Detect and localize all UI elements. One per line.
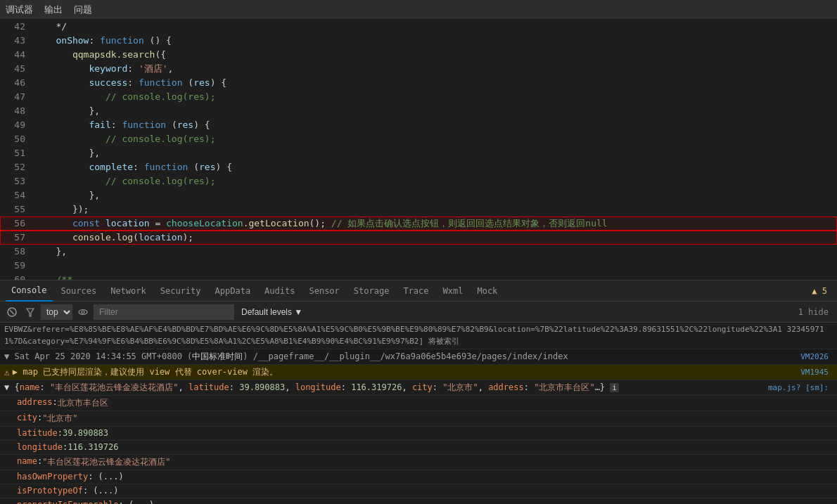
svg-line-1 — [10, 310, 14, 314]
tab-sensor[interactable]: Sensor — [303, 280, 345, 302]
line-content: complete: function (res) { — [37, 160, 837, 174]
prop-name-latitude: latitude — [17, 428, 58, 438]
warning-icon: ⚠ — [4, 367, 10, 377]
code-line-highlighted: 57 console.log(location); — [0, 231, 837, 245]
timestamp-content: ▼ Sat Apr 25 2020 14:34:55 GMT+0800 (中国标… — [4, 351, 568, 363]
code-line: 49 fail: function (res) { — [0, 118, 837, 132]
prop-name-longitude: longitude — [17, 442, 63, 452]
line-content: keyword: '酒店', — [37, 62, 837, 76]
line-number: 51 — [0, 146, 37, 160]
line-content: // console.log(res); — [37, 174, 837, 188]
console-prop-address: address: 北京市丰台区 — [0, 396, 837, 411]
console-row-warning: ⚠ ▶ map 已支持同层渲染，建议使用 view 代替 cover-view … — [0, 365, 837, 380]
code-line: 50 // console.log(res); — [0, 132, 837, 146]
menu-problems[interactable]: 问题 — [74, 4, 92, 16]
levels-button[interactable]: Default levels ▼ — [237, 306, 307, 318]
code-line: 55 }); — [0, 202, 837, 217]
menu-debugger[interactable]: 调试器 — [6, 4, 33, 16]
console-prop-latitude: latitude: 39.890883 — [0, 427, 837, 441]
console-prop-longitude: longitude: 116.319726 — [0, 441, 837, 455]
code-line: 58 }, — [0, 245, 837, 259]
code-line: 52 complete: function (res) { — [0, 160, 837, 174]
warning-badge: ▲ 5 — [812, 286, 831, 296]
code-lines: 42 */ 43 onShow: function () { 44 qqmaps… — [0, 20, 837, 280]
clear-console-button[interactable] — [4, 306, 20, 318]
eye-button[interactable] — [75, 306, 91, 318]
tab-security[interactable]: Security — [155, 280, 207, 302]
line-content: onShow: function () { — [37, 34, 837, 48]
prop-name-city: city — [17, 413, 37, 422]
line-content — [37, 259, 837, 273]
tab-appdata[interactable]: AppData — [210, 280, 257, 302]
line-content: console.log(location); — [37, 231, 837, 245]
line-number: 49 — [0, 118, 37, 132]
warning-source: VM1945 — [796, 366, 833, 378]
console-prop-hasown: hasOwnProperty: (...) — [0, 470, 837, 484]
line-content: }, — [37, 188, 837, 202]
console-prop-propertyisenumerable: propertyIsEnumerable: (...) — [0, 498, 837, 504]
prop-name-hasown: hasOwnProperty — [17, 472, 88, 482]
prop-name-address: address — [17, 397, 53, 407]
line-number: 53 — [0, 174, 37, 188]
line-number: 48 — [0, 104, 37, 118]
code-line: 53 // console.log(res); — [0, 174, 837, 188]
devtools-tabs-bar: Console Sources Network Security AppData… — [0, 280, 837, 302]
object-source: map.js? [sm]: — [764, 382, 833, 394]
menu-output[interactable]: 输出 — [44, 4, 63, 16]
code-line: 44 qqmapsdk.search({ — [0, 48, 837, 62]
code-line: 48 }, — [0, 104, 837, 118]
code-line: 47 // console.log(res); — [0, 90, 837, 104]
line-number: 43 — [0, 34, 37, 48]
object-content: ▼ {name: "丰台区莲花池云锋金凌达花酒店", latitude: 39.… — [4, 382, 619, 394]
tab-sources[interactable]: Sources — [56, 280, 103, 302]
tab-console[interactable]: Console — [6, 280, 53, 302]
warning-content: ▶ map 已支持同层渲染，建议使用 view 代替 cover-view 渲染… — [13, 366, 278, 378]
filter-input[interactable] — [94, 304, 234, 320]
line-number: 44 — [0, 48, 37, 62]
code-line: 42 */ — [0, 20, 837, 34]
top-menu-bar: 调试器 输出 问题 — [0, 0, 837, 20]
line-content: success: function (res) { — [37, 76, 837, 90]
tab-network[interactable]: Network — [105, 280, 152, 302]
devtools-panel: Console Sources Network Security AppData… — [0, 280, 837, 504]
prop-name-isprototype: isPrototypeOf — [17, 486, 83, 496]
console-prop-isprototype: isPrototypeOf: (...) — [0, 484, 837, 498]
context-select[interactable]: top — [41, 304, 72, 320]
svg-marker-2 — [27, 309, 34, 316]
line-content: }, — [37, 146, 837, 160]
filter-toggle-button[interactable] — [23, 306, 38, 318]
line-content: /** — [37, 273, 837, 280]
tab-mock[interactable]: Mock — [471, 280, 503, 302]
code-line: 59 — [0, 259, 837, 273]
line-content: }, — [37, 104, 837, 118]
url-content: EVBWZ&referer=%E8%85%BE%E8%AE%AF%E4%BD%B… — [4, 324, 833, 347]
console-row-url: EVBWZ&referer=%E8%85%BE%E8%AE%AF%E4%BD%B… — [0, 323, 837, 349]
prop-name-name: name — [17, 456, 37, 466]
console-row-object[interactable]: ▼ {name: "丰台区莲花池云锋金凌达花酒店", latitude: 39.… — [0, 380, 837, 396]
code-line: 51 }, — [0, 146, 837, 160]
code-line: 60 /** — [0, 273, 837, 280]
console-output[interactable]: EVBWZ&referer=%E8%85%BE%E8%AE%AF%E4%BD%B… — [0, 323, 837, 504]
tab-trace[interactable]: Trace — [397, 280, 434, 302]
tab-storage[interactable]: Storage — [348, 280, 395, 302]
line-number: 45 — [0, 62, 37, 76]
console-prop-name: name: "丰台区莲花池云锋金凌达花酒店" — [0, 455, 837, 470]
console-prop-city: city: "北京市" — [0, 411, 837, 427]
line-content: const location = chooseLocation.getLocat… — [37, 217, 837, 231]
code-editor: 42 */ 43 onShow: function () { 44 qqmaps… — [0, 20, 837, 280]
line-number: 47 — [0, 90, 37, 104]
tab-wxml[interactable]: Wxml — [437, 280, 469, 302]
line-number: 59 — [0, 259, 37, 273]
line-content: */ — [37, 20, 837, 34]
timestamp-source: VM2026 — [796, 351, 833, 363]
code-line-highlighted: 56 const location = chooseLocation.getLo… — [0, 217, 837, 231]
code-line: 45 keyword: '酒店', — [0, 62, 837, 76]
svg-point-4 — [82, 311, 84, 314]
line-content: // console.log(res); — [37, 90, 837, 104]
code-line: 54 }, — [0, 188, 837, 202]
line-number: 56 — [0, 217, 37, 231]
tab-audits[interactable]: Audits — [259, 280, 300, 302]
line-number: 50 — [0, 132, 37, 146]
line-content: }, — [37, 245, 837, 259]
hide-count: 1 hide — [798, 307, 833, 317]
